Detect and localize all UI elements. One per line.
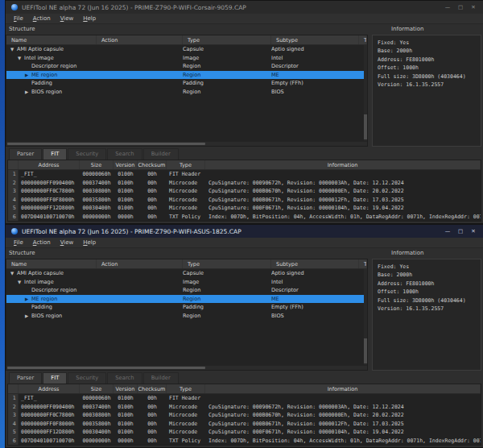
fit-table-row[interactable]: 6 007D040100710070h 00000000h 0000h 00h … [8,437,481,446]
horizontal-scrollbar-thumb[interactable] [7,367,205,369]
title-bar[interactable]: UEFITool NE alpha 72 (Jun 16 2025) - PRI… [6,1,483,14]
information-line: Base: 2000h [378,271,479,279]
close-icon[interactable]: ✕ [467,1,480,14]
fit-address: 00000000FF090400h [19,403,80,412]
fit-table-row[interactable]: 2 00000000FF090400h 00037400h 0100h 00h … [8,179,481,188]
fit-address: 007D040100710070h [19,213,80,222]
column-header-information[interactable]: Information [205,160,481,169]
column-header-checksum[interactable]: Checksum [138,160,167,169]
column-header-subtype[interactable]: Subtype [271,259,359,268]
tree-row[interactable]: Descriptor region Region Descriptor [6,286,367,295]
tab[interactable]: Search [107,372,142,384]
tree-row[interactable]: ▶ME region Region ME [6,71,367,80]
expand-arrow-icon[interactable]: ▶ [25,295,31,304]
menu-item[interactable]: Action [29,239,55,247]
menu-item[interactable]: Help [79,239,100,247]
fit-table-row[interactable]: 2 00000000FF090400h 00037400h 0100h 00h … [8,403,481,412]
column-header-size[interactable]: Size [80,384,114,393]
fit-table-row[interactable]: 5 00000000FF12D800h 00030400h 0100h 00h … [8,428,481,437]
maximize-icon[interactable]: □ [454,1,467,14]
tree-row[interactable]: ▶BIOS region Region BIOS [6,88,367,97]
menu-item[interactable]: View [56,15,78,23]
tab[interactable]: Builder [143,148,179,160]
maximize-icon[interactable]: □ [454,225,467,238]
close-icon[interactable]: ✕ [467,225,480,238]
fit-table-row[interactable]: 1 _FIT_ 00000060h 0100h 00h FIT Header [8,394,481,403]
column-header-type[interactable]: Type [167,160,205,169]
vertical-scrollbar-thumb[interactable] [364,114,367,139]
tab[interactable]: Parser [9,372,42,384]
column-header-action[interactable]: Action [97,259,183,268]
column-header-address[interactable]: Address [19,384,80,393]
column-header-name[interactable]: Name [6,35,97,44]
expand-arrow-icon[interactable]: ▶ [25,88,31,97]
minimize-icon[interactable]: — [441,225,454,238]
fit-size: 00035800h [80,420,114,429]
column-header-type[interactable]: Type [183,35,271,44]
fit-address: _FIT_ [19,170,80,179]
expand-arrow-icon[interactable]: ▶ [25,312,31,321]
fit-table-row[interactable]: 4 00000000FF0F8000h 00035800h 0100h 00h … [8,196,481,205]
fit-table-row[interactable]: 4 00000000FF0F8000h 00035800h 0100h 00h … [8,420,481,429]
expand-arrow-icon[interactable]: ▶ [25,71,31,80]
expand-arrow-icon[interactable]: ▼ [10,269,17,278]
column-header-text[interactable]: Text [359,259,367,268]
expand-arrow-icon[interactable]: ▼ [18,278,24,287]
tree-row[interactable]: ▼AMI Aptio capsule Capsule Aptio signed [6,45,367,54]
tree-row[interactable]: Padding Padding Empty (FFh) [6,79,367,88]
fit-table-row[interactable]: 3 00000000FF0C7800h 00030800h 0100h 00h … [8,411,481,420]
tree-row[interactable]: Padding Padding Empty (FFh) [6,303,367,312]
expand-arrow-icon[interactable]: ▼ [18,54,24,63]
window-title: UEFITool NE alpha 72 (Jun 16 2025) - PRI… [22,4,437,11]
horizontal-scrollbar[interactable] [6,141,367,146]
column-header-checksum[interactable]: Checksum [138,384,167,393]
column-header-information[interactable]: Information [205,384,481,393]
tree-row[interactable]: ▶BIOS region Region BIOS [6,312,367,321]
menu-item[interactable]: View [56,239,78,247]
menu-item[interactable]: File [10,15,27,23]
tab[interactable]: FIT [43,372,67,384]
fit-table-row[interactable]: 1 _FIT_ 00000060h 0100h 00h FIT Header [8,170,481,179]
vertical-scrollbar-thumb[interactable] [364,338,367,363]
tab[interactable]: Builder [143,372,179,384]
tab[interactable]: Security [68,148,106,160]
fit-table-row[interactable]: 6 007D040100710070h 00000000h 0000h 00h … [8,213,481,222]
tab[interactable]: Search [107,148,142,160]
menu-item[interactable]: Help [79,15,100,23]
fit-version: 0100h [114,428,138,437]
expand-arrow-icon[interactable]: ▼ [10,45,17,54]
menu-item[interactable]: Action [29,15,55,23]
tree-item-subtype: Aptio signed [271,45,359,54]
tree-row[interactable]: ▼Intel image Image Intel [6,54,367,63]
menu-item[interactable]: File [10,239,27,247]
fit-type: TXT Policy [167,213,205,222]
column-header-version[interactable]: Version [114,384,138,393]
vertical-scrollbar[interactable] [364,269,367,365]
tree-row[interactable]: ▼Intel image Image Intel [6,278,367,287]
column-header-type[interactable]: Type [167,384,205,393]
title-bar[interactable]: UEFITool NE alpha 72 (Jun 16 2025) - PRI… [6,225,483,238]
tree-row[interactable]: Descriptor region Region Descriptor [6,62,367,71]
fit-checksum: 00h [138,196,167,205]
tree-row[interactable]: ▼AMI Aptio capsule Capsule Aptio signed [6,269,367,278]
fit-table-row[interactable]: 5 00000000FF12D800h 00030400h 0100h 00h … [8,204,481,213]
minimize-icon[interactable]: — [441,1,454,14]
row-number: 3 [8,411,19,420]
fit-table-row[interactable]: 3 00000000FF0C7800h 00030800h 0100h 00h … [8,187,481,196]
column-header-action[interactable]: Action [97,35,183,44]
column-header-text[interactable]: Text [359,35,367,44]
column-header-name[interactable]: Name [6,259,97,268]
column-header-type[interactable]: Type [183,259,271,268]
tab[interactable]: Security [68,372,106,384]
tab[interactable]: FIT [43,148,67,160]
column-header-subtype[interactable]: Subtype [271,35,359,44]
tree-item-name: BIOS region [31,313,62,319]
vertical-scrollbar[interactable] [364,45,367,141]
column-header-address[interactable]: Address [19,160,80,169]
horizontal-scrollbar[interactable] [6,365,367,370]
tab[interactable]: Parser [9,148,42,160]
tree-row[interactable]: ▶ME region Region ME [6,295,367,304]
horizontal-scrollbar-thumb[interactable] [7,143,205,145]
column-header-size[interactable]: Size [80,160,114,169]
column-header-version[interactable]: Version [114,160,138,169]
